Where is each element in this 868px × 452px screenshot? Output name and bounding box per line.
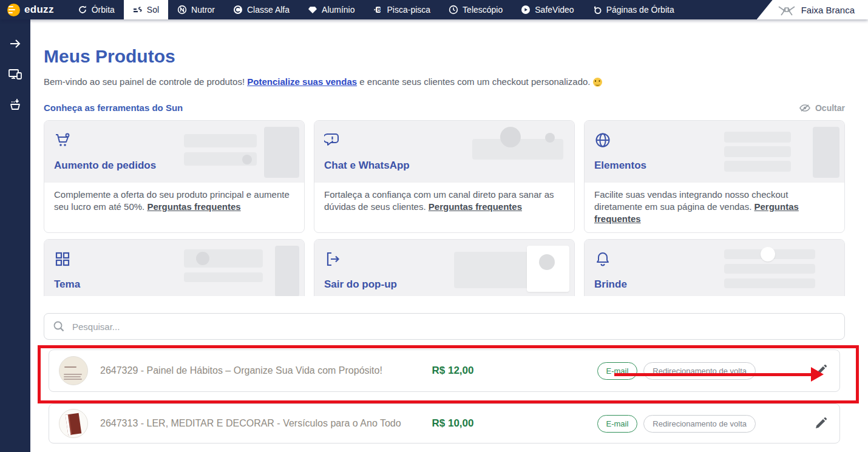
potencialize-link[interactable]: Potencialize suas vendas	[247, 76, 357, 87]
nav-items: Órbita Sol Nutror Classe Alfa Alumínio B…	[69, 0, 683, 19]
orbita-icon	[78, 5, 87, 15]
nav-label: Pisca-pisca	[387, 5, 431, 15]
faq-link[interactable]: Perguntas frequentes	[429, 201, 522, 212]
search-icon	[53, 320, 65, 332]
plan-label: Faixa Branca	[801, 5, 855, 15]
nav-label: Órbita	[92, 5, 115, 15]
aluminio-icon	[308, 5, 317, 15]
card-title: Aumento de pedidos	[54, 160, 294, 172]
plan-badge[interactable]: Faixa Branca	[757, 0, 868, 19]
nav-item-classe-alfa[interactable]: Classe Alfa	[224, 0, 299, 19]
product-name: 2647329 - Painel de Hábitos – Organize S…	[100, 365, 432, 376]
card-title: Chat e WhatsApp	[324, 160, 565, 172]
welcome-suffix: e encante seus clientes com um checkout …	[357, 76, 593, 87]
nav-label: Alumínio	[322, 5, 354, 15]
nav-item-sol[interactable]: Sol	[124, 0, 168, 19]
product-thumbnail	[59, 356, 88, 385]
redirect-tag[interactable]: Redirecionamento de volta	[643, 415, 756, 433]
pencil-icon	[814, 364, 827, 377]
product-name: 2647313 - LER, MEDITAR E DECORAR - Versí…	[100, 418, 432, 429]
product-row-2647313[interactable]: 2647313 - LER, MEDITAR E DECORAR - Versí…	[49, 403, 840, 444]
nav-item-aluminio[interactable]: Alumínio	[299, 0, 364, 19]
nav-label: Sol	[147, 5, 159, 15]
arrow-right-icon	[8, 37, 22, 50]
left-sidebar	[0, 19, 30, 452]
welcome-prefix: Bem-vindo ao seu painel de controle de p…	[44, 76, 247, 87]
bell-icon	[594, 251, 611, 268]
pencil-icon	[814, 417, 827, 430]
paginas-orbita-icon	[592, 5, 602, 15]
white-belt-icon	[778, 3, 796, 16]
nav-item-paginas-de-orbita[interactable]: Páginas de Órbita	[583, 0, 683, 19]
nav-label: Páginas de Órbita	[606, 5, 674, 15]
redirect-tag[interactable]: Redirecionamento de volta	[643, 362, 756, 380]
card-title: Tema	[54, 278, 294, 291]
exit-icon	[324, 251, 341, 268]
search-input[interactable]	[72, 322, 836, 332]
sol-icon	[133, 5, 143, 15]
card-elementos[interactable]: Elementos Facilite suas vendas integrand…	[584, 120, 845, 233]
telescopio-icon	[449, 5, 458, 15]
top-navigation-bar: eduzz Órbita Sol Nutror Classe Alfa Alum…	[0, 0, 868, 19]
product-price: R$ 10,00	[432, 417, 597, 430]
hide-tools-button[interactable]: Ocultar	[799, 103, 845, 113]
nutror-icon	[177, 5, 187, 15]
product-thumbnail	[59, 409, 88, 438]
classe-alfa-icon	[233, 5, 243, 15]
nav-label: Classe Alfa	[247, 5, 290, 15]
grid-icon	[54, 251, 71, 268]
nav-item-nutror[interactable]: Nutror	[168, 0, 224, 19]
page-title: Meus Produtos	[44, 46, 845, 67]
eduzz-brand[interactable]: eduzz	[0, 0, 69, 19]
card-title: Sair do pop-up	[324, 278, 565, 291]
tools-cards-clip: Aumento de pedidos Complemente a oferta …	[44, 120, 845, 296]
basket-download-icon	[8, 97, 22, 112]
tools-cards-grid: Aumento de pedidos Complemente a oferta …	[44, 120, 845, 296]
edit-product-button[interactable]	[814, 417, 827, 430]
safevideo-icon	[521, 5, 531, 15]
nav-item-safevideo[interactable]: SafeVideo	[512, 0, 583, 19]
nav-item-orbita[interactable]: Órbita	[69, 0, 124, 19]
card-aumento-de-pedidos[interactable]: Aumento de pedidos Complemente a oferta …	[44, 120, 305, 233]
email-tag[interactable]: E-mail	[597, 362, 638, 380]
pisca-pisca-icon: B	[373, 5, 383, 15]
hide-label: Ocultar	[815, 103, 845, 113]
eduzz-logo-icon	[7, 4, 20, 16]
main-content: Meus Produtos Bem-vindo ao seu painel de…	[30, 19, 868, 452]
product-row-2647329[interactable]: 2647329 - Painel de Hábitos – Organize S…	[49, 349, 840, 392]
edit-product-button[interactable]	[814, 364, 827, 377]
card-sair-do-pop-up[interactable]: Sair do pop-up Transforme indecisões em …	[314, 239, 575, 296]
product-search	[44, 313, 845, 340]
tools-section-title: Conheça as ferramentas do Sun	[44, 103, 183, 113]
svg-text:B: B	[377, 7, 381, 13]
nav-label: Telescópio	[463, 5, 503, 15]
card-title: Elementos	[594, 160, 835, 172]
sidebar-expand-button[interactable]	[0, 29, 30, 58]
devices-icon	[8, 67, 22, 81]
globe-icon	[594, 132, 611, 149]
faq-link[interactable]: Perguntas frequentes	[147, 201, 240, 212]
brand-name: eduzz	[24, 4, 54, 16]
card-tema[interactable]: Tema Fortaleça a identidade de sua marca…	[44, 239, 305, 296]
chat-alert-icon	[324, 132, 341, 149]
tools-header-row: Conheça as ferramentas do Sun Ocultar	[44, 103, 845, 113]
nav-label: Nutror	[191, 5, 215, 15]
card-chat-e-whatsapp[interactable]: Chat e WhatsApp Fortaleça a confiança co…	[314, 120, 575, 233]
eye-off-icon	[799, 104, 810, 112]
nav-item-pisca-pisca[interactable]: B Pisca-pisca	[364, 0, 440, 19]
nav-item-telescopio[interactable]: Telescópio	[439, 0, 512, 19]
wink-emoji: 😉	[593, 78, 602, 87]
welcome-text: Bem-vindo ao seu painel de controle de p…	[44, 76, 845, 87]
sidebar-products-button[interactable]	[0, 90, 30, 119]
product-price: R$ 12,00	[432, 365, 597, 377]
cart-plus-icon	[54, 132, 71, 149]
nav-label: SafeVideo	[535, 5, 574, 15]
card-brinde[interactable]: Brinde Habilite notificações e outros ga…	[584, 239, 845, 296]
email-tag[interactable]: E-mail	[597, 415, 638, 433]
card-title: Brinde	[594, 278, 835, 291]
sidebar-devices-button[interactable]	[0, 59, 30, 89]
